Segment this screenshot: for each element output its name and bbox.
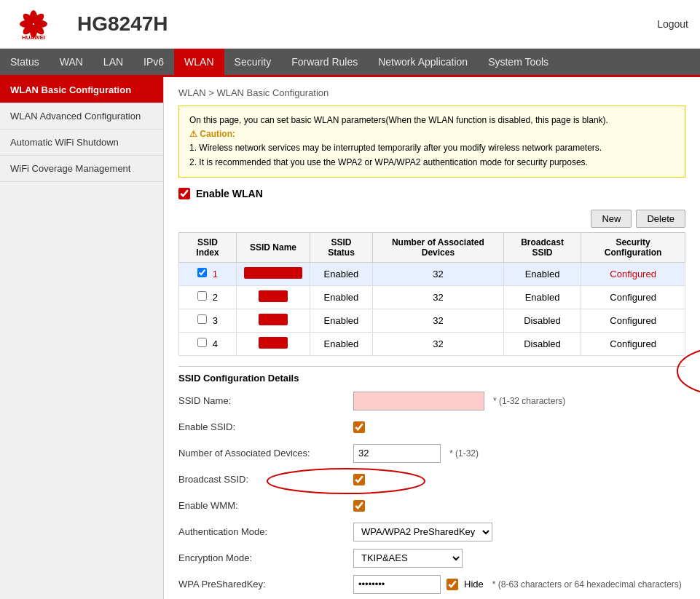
encrypt-mode-label: Encryption Mode: (178, 552, 353, 563)
nav-item-wan[interactable]: WAN (50, 49, 93, 75)
table-row[interactable]: 3 Enabled 32 Disabled Configured (179, 309, 685, 332)
breadcrumb-current: WLAN Basic Configuration (216, 87, 329, 98)
notice-line1: 1. Wireless network services may be inte… (189, 143, 602, 153)
ssid-name-bar-2 (259, 290, 288, 302)
sidebar-item-wlan-basic[interactable]: WLAN Basic Configuration (0, 77, 163, 103)
broadcast-disabled-3: Disabled (524, 315, 561, 326)
nav-item-network-application[interactable]: Network Application (368, 49, 478, 75)
cell-security-2: Configured (581, 285, 685, 309)
broadcast-ssid-label: Broadcast SSID: (178, 474, 353, 485)
auth-mode-label: Authentication Mode: (178, 526, 353, 537)
enable-ssid-label: Enable SSID: (178, 421, 353, 432)
col-header-devices: Number of Associated Devices (372, 232, 503, 262)
cell-security-3: Configured (581, 309, 685, 332)
notice-caution-label: ⚠ Caution: (189, 129, 235, 139)
form-row-broadcast-ssid: Broadcast SSID: (178, 469, 685, 490)
ssid-name-bar-4 (259, 337, 288, 349)
table-row[interactable]: 1 Enabled 32 Enabled Configured (179, 262, 685, 285)
notice-line2: 2. It is recommended that you use the WP… (189, 157, 588, 167)
row1-checkbox[interactable] (197, 268, 207, 277)
ssid-name-bar-1 (244, 267, 302, 279)
enable-ssid-control (353, 421, 365, 433)
cell-status-1: Enabled (310, 262, 372, 285)
main-layout: WLAN Basic Configuration WLAN Advanced C… (0, 77, 700, 599)
enable-wmm-label: Enable WMM: (178, 500, 353, 511)
nav-item-status[interactable]: Status (0, 49, 50, 75)
hide-label: Hide (464, 579, 484, 590)
enable-wlan-checkbox[interactable] (178, 188, 190, 199)
delete-button[interactable]: Delete (636, 210, 685, 228)
cell-index-1: 1 (179, 262, 237, 285)
cell-name-2 (236, 285, 310, 309)
cell-security-1: Configured (581, 262, 685, 285)
form-row-ssid-name: SSID Name: * (1-32 characters) (178, 391, 685, 411)
form-row-enable-wmm: Enable WMM: (178, 496, 685, 516)
sidebar-item-wlan-advanced[interactable]: WLAN Advanced Configuration (0, 103, 163, 130)
col-header-broadcast: Broadcast SSID (503, 232, 581, 262)
cell-devices-3: 32 (372, 309, 503, 332)
cell-name-3 (236, 309, 310, 332)
assoc-devices-input[interactable] (353, 444, 441, 463)
wpa-key-label: WPA PreSharedKey: (178, 579, 353, 590)
new-button[interactable]: New (591, 210, 632, 228)
ssid-name-label: SSID Name: (178, 395, 353, 406)
table-row[interactable]: 4 Enabled 32 Disabled Configured (179, 332, 685, 355)
cell-broadcast-4: Disabled (503, 332, 581, 355)
cell-status-3: Enabled (310, 309, 372, 332)
sidebar-item-wifi-coverage[interactable]: WiFi Coverage Management (0, 156, 163, 182)
row2-checkbox[interactable] (197, 291, 207, 301)
cell-index-2: 2 (179, 285, 237, 309)
form-row-enable-ssid: Enable SSID: (178, 417, 685, 437)
form-row-encrypt-mode: Encryption Mode: TKIP&AES AES TKIP (178, 548, 685, 568)
wpa-key-input[interactable] (353, 575, 441, 594)
nav-item-system-tools[interactable]: System Tools (478, 49, 559, 75)
enable-ssid-checkbox[interactable] (353, 421, 365, 433)
wpa-key-hint: * (8-63 characters or 64 hexadecimal cha… (492, 579, 682, 590)
nav-item-wlan[interactable]: WLAN (174, 49, 224, 75)
nav-item-ipv6[interactable]: IPv6 (133, 49, 174, 75)
nav-item-forward-rules[interactable]: Forward Rules (281, 49, 368, 75)
device-title: HG8247H (77, 12, 168, 36)
svg-text:HUAWEI: HUAWEI (22, 34, 45, 41)
row4-checkbox[interactable] (197, 338, 207, 347)
form-row-assoc-devices: Number of Associated Devices: * (1-32) (178, 443, 685, 464)
encrypt-mode-select[interactable]: TKIP&AES AES TKIP (353, 549, 463, 568)
breadcrumb-wlan[interactable]: WLAN (178, 87, 206, 98)
content-area: WLAN > WLAN Basic Configuration On this … (164, 77, 700, 599)
auth-mode-control: WPA/WPA2 PreSharedKey WPA2 PreSharedKey … (353, 523, 492, 542)
table-row[interactable]: 2 Enabled 32 Enabled Configured (179, 285, 685, 309)
form-row-auth-mode: Authentication Mode: WPA/WPA2 PreSharedK… (178, 522, 685, 542)
cell-index-3: 3 (179, 309, 237, 332)
cell-devices-1: 32 (372, 262, 503, 285)
auth-mode-select[interactable]: WPA/WPA2 PreSharedKey WPA2 PreSharedKey … (353, 523, 492, 542)
ssid-name-input[interactable] (353, 392, 484, 410)
cell-name-1 (236, 262, 310, 285)
col-header-security: Security Configuration (581, 232, 685, 262)
ssid-name-control: * (1-32 characters) (353, 392, 565, 410)
assoc-devices-label: Number of Associated Devices: (178, 448, 353, 459)
cell-broadcast-3: Disabled (503, 309, 581, 332)
sidebar: WLAN Basic Configuration WLAN Advanced C… (0, 77, 164, 599)
wpa-hide-checkbox[interactable] (447, 579, 458, 590)
cell-devices-4: 32 (372, 332, 503, 355)
cell-status-2: Enabled (310, 285, 372, 309)
row3-checkbox[interactable] (197, 314, 207, 324)
logout-button[interactable]: Logout (657, 18, 688, 30)
broadcast-ssid-checkbox[interactable] (353, 474, 365, 485)
cell-name-4 (236, 332, 310, 355)
nav-item-security[interactable]: Security (224, 49, 282, 75)
col-header-status: SSID Status (310, 232, 372, 262)
nav-item-lan[interactable]: LAN (93, 49, 133, 75)
broadcast-disabled-4: Disabled (524, 338, 561, 349)
assoc-devices-control: * (1-32) (353, 444, 479, 463)
col-header-index: SSID Index (179, 232, 237, 262)
sidebar-item-wifi-shutdown[interactable]: Automatic WiFi Shutdown (0, 130, 163, 156)
enable-wmm-checkbox[interactable] (353, 500, 365, 512)
cell-security-4: Configured (581, 332, 685, 355)
config-form: SSID Name: * (1-32 characters) Enable SS… (178, 391, 685, 599)
cell-broadcast-2: Enabled (503, 285, 581, 309)
notice-box: On this page, you can set basic WLAN par… (178, 106, 685, 178)
main-nav: Status WAN LAN IPv6 WLAN Security Forwar… (0, 49, 700, 75)
cell-status-4: Enabled (310, 332, 372, 355)
header: HUAWEI HG8247H Logout (0, 0, 700, 49)
